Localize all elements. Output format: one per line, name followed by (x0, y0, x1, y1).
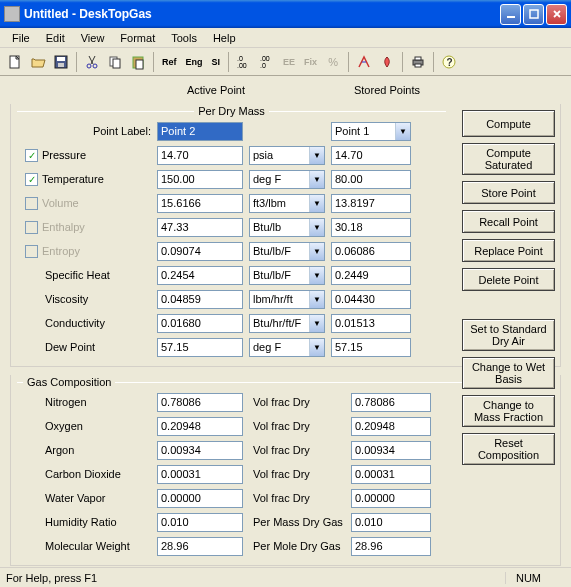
active-point-header: Active Point (170, 84, 262, 96)
nitrogen-active-input[interactable] (157, 393, 243, 412)
active-temperature-input[interactable] (157, 170, 243, 189)
active-specific-heat-input[interactable] (157, 266, 243, 285)
dew-point-unit-select[interactable]: deg F▼ (249, 338, 325, 357)
menu-format[interactable]: Format (112, 30, 163, 46)
specific-heat-unit-select[interactable]: Btu/lb/F▼ (249, 266, 325, 285)
toolbar: Ref Eng SI .0.00 .00.0 EE Fix % ? (0, 48, 571, 76)
argon-active-input[interactable] (157, 441, 243, 460)
eng-button[interactable]: Eng (182, 51, 207, 73)
svg-rect-11 (136, 60, 143, 69)
group-title-1: Per Dry Mass (194, 105, 269, 117)
viscosity-unit-select[interactable]: lbm/hr/ft▼ (249, 290, 325, 309)
close-button[interactable] (546, 4, 567, 25)
menu-file[interactable]: File (4, 30, 38, 46)
humidity-ratio-lbl: Humidity Ratio (17, 516, 157, 528)
active-entropy-input[interactable] (157, 242, 243, 261)
print-icon[interactable] (407, 51, 429, 73)
recall-point-button[interactable]: Recall Point (462, 210, 555, 233)
stored-viscosity-input[interactable] (331, 290, 411, 309)
store-point-button[interactable]: Store Point (462, 181, 555, 204)
paste-icon[interactable] (127, 51, 149, 73)
dew-point-lbl: Dew Point (17, 341, 157, 353)
minimize-button[interactable] (500, 4, 521, 25)
set-standard-dry-air-button[interactable]: Set to Standard Dry Air (462, 319, 555, 351)
pressure-unit-select[interactable]: psia▼ (249, 146, 325, 165)
menu-help[interactable]: Help (205, 30, 244, 46)
status-bar: For Help, press F1 NUM (0, 567, 571, 587)
oxygen-active-input[interactable] (157, 417, 243, 436)
menu-view[interactable]: View (73, 30, 113, 46)
stored-pressure-input[interactable] (331, 146, 411, 165)
humidity-ratio-active-input[interactable] (157, 513, 243, 532)
change-mass-fraction-button[interactable]: Change to Mass Fraction (462, 395, 555, 427)
co2-stored-input[interactable] (351, 465, 431, 484)
stored-dew-point-input[interactable] (331, 338, 411, 357)
compute-button[interactable]: Compute (462, 110, 555, 137)
menu-bar: File Edit View Format Tools Help (0, 28, 571, 48)
stored-entropy-input[interactable] (331, 242, 411, 261)
open-file-icon[interactable] (27, 51, 49, 73)
volume-checkbox[interactable] (25, 197, 38, 210)
molecular-weight-stored-input[interactable] (351, 537, 431, 556)
enthalpy-unit-select[interactable]: Btu/lb▼ (249, 218, 325, 237)
menu-tools[interactable]: Tools (163, 30, 205, 46)
si-button[interactable]: SI (208, 51, 225, 73)
fix-button[interactable]: Fix (300, 51, 321, 73)
temperature-lbl: Temperature (42, 173, 104, 185)
decrease-decimal-icon[interactable]: .00.0 (256, 51, 278, 73)
stored-specific-heat-input[interactable] (331, 266, 411, 285)
svg-rect-18 (415, 64, 421, 67)
conductivity-unit-select[interactable]: Btu/hr/ft/F▼ (249, 314, 325, 333)
ref-button[interactable]: Ref (158, 51, 181, 73)
tool-icon-2[interactable] (376, 51, 398, 73)
active-viscosity-input[interactable] (157, 290, 243, 309)
save-file-icon[interactable] (50, 51, 72, 73)
cut-icon[interactable] (81, 51, 103, 73)
oxygen-stored-input[interactable] (351, 417, 431, 436)
active-volume-input[interactable] (157, 194, 243, 213)
copy-icon[interactable] (104, 51, 126, 73)
entropy-unit-select[interactable]: Btu/lb/F▼ (249, 242, 325, 261)
oxygen-lbl: Oxygen (17, 420, 157, 432)
active-conductivity-input[interactable] (157, 314, 243, 333)
water-vapor-active-input[interactable] (157, 489, 243, 508)
ee-button[interactable]: EE (279, 51, 299, 73)
stored-volume-input[interactable] (331, 194, 411, 213)
pressure-checkbox[interactable]: ✓ (25, 149, 38, 162)
active-dew-point-input[interactable] (157, 338, 243, 357)
new-file-icon[interactable] (4, 51, 26, 73)
group-title-2: Gas Composition (23, 376, 115, 388)
tool-icon-1[interactable] (353, 51, 375, 73)
active-point-label-input[interactable] (157, 122, 243, 141)
entropy-checkbox[interactable] (25, 245, 38, 258)
compute-saturated-button[interactable]: Compute Saturated (462, 143, 555, 175)
enthalpy-checkbox[interactable] (25, 221, 38, 234)
increase-decimal-icon[interactable]: .0.00 (233, 51, 255, 73)
nitrogen-stored-input[interactable] (351, 393, 431, 412)
change-wet-basis-button[interactable]: Change to Wet Basis (462, 357, 555, 389)
temperature-unit-select[interactable]: deg F▼ (249, 170, 325, 189)
volume-unit-select[interactable]: ft3/lbm▼ (249, 194, 325, 213)
stored-conductivity-input[interactable] (331, 314, 411, 333)
replace-point-button[interactable]: Replace Point (462, 239, 555, 262)
stored-point-select[interactable]: Point 1▼ (331, 122, 411, 141)
co2-active-input[interactable] (157, 465, 243, 484)
stored-enthalpy-input[interactable] (331, 218, 411, 237)
active-pressure-input[interactable] (157, 146, 243, 165)
stored-temperature-input[interactable] (331, 170, 411, 189)
maximize-button[interactable] (523, 4, 544, 25)
status-num: NUM (505, 572, 545, 584)
menu-edit[interactable]: Edit (38, 30, 73, 46)
active-enthalpy-input[interactable] (157, 218, 243, 237)
percent-icon[interactable]: % (322, 51, 344, 73)
humidity-ratio-stored-input[interactable] (351, 513, 431, 532)
water-vapor-stored-input[interactable] (351, 489, 431, 508)
delete-point-button[interactable]: Delete Point (462, 268, 555, 291)
reset-composition-button[interactable]: Reset Composition (462, 433, 555, 465)
help-icon[interactable]: ? (438, 51, 460, 73)
enthalpy-lbl: Enthalpy (42, 221, 85, 233)
molecular-weight-active-input[interactable] (157, 537, 243, 556)
temperature-checkbox[interactable]: ✓ (25, 173, 38, 186)
specific-heat-lbl: Specific Heat (17, 269, 157, 281)
argon-stored-input[interactable] (351, 441, 431, 460)
